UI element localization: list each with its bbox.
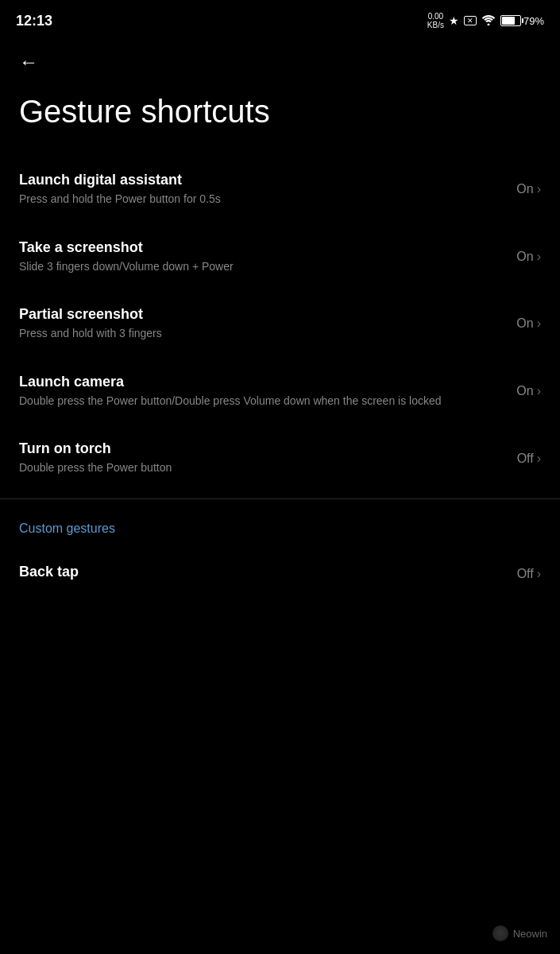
settings-list: Launch digital assistant Press and hold …: [0, 156, 560, 492]
settings-item-title: Turn on torch: [19, 440, 504, 457]
back-button[interactable]: ←: [0, 38, 560, 80]
battery-icon: [500, 15, 521, 26]
chevron-icon: ›: [537, 182, 541, 196]
chevron-icon: ›: [537, 316, 541, 331]
settings-item-desc: Press and hold with 3 fingers: [19, 326, 504, 342]
settings-item-content: Back tap: [19, 564, 517, 584]
settings-item-status: Off: [517, 452, 534, 466]
page-title: Gesture shortcuts: [19, 92, 541, 130]
settings-item-desc: Double press the Power button: [19, 460, 504, 476]
settings-item-value: On ›: [516, 250, 541, 264]
section-divider: [0, 498, 560, 499]
settings-item-take-screenshot[interactable]: Take a screenshot Slide 3 fingers down/V…: [0, 223, 560, 291]
data-speed-icon: 0.00KB/s: [427, 12, 444, 29]
settings-item-content: Launch digital assistant Press and hold …: [19, 172, 516, 207]
settings-item-desc: Double press the Power button/Double pre…: [19, 394, 504, 409]
wifi-icon: [481, 14, 496, 28]
neowin-logo: [492, 925, 508, 941]
settings-item-launch-camera[interactable]: Launch camera Double press the Power but…: [0, 358, 560, 425]
settings-item-status: On: [516, 182, 533, 196]
chevron-icon: ›: [537, 250, 541, 264]
custom-gestures-label: Custom gestures: [19, 522, 115, 535]
settings-item-title: Partial screenshot: [19, 306, 504, 323]
watermark: Neowin: [492, 925, 547, 941]
additional-settings-list: Back tap Off ›: [0, 542, 560, 606]
status-bar: 12:13 0.00KB/s ★ ✕ 79%: [0, 0, 560, 38]
settings-item-turn-on-torch[interactable]: Turn on torch Double press the Power but…: [0, 425, 560, 492]
settings-item-status: On: [516, 250, 533, 264]
settings-item-value: On ›: [516, 182, 541, 196]
battery-percent: 79%: [523, 15, 544, 27]
settings-item-status: On: [516, 384, 533, 398]
settings-item-content: Partial screenshot Press and hold with 3…: [19, 306, 516, 342]
settings-item-back-tap[interactable]: Back tap Off ›: [0, 542, 560, 606]
settings-item-partial-screenshot[interactable]: Partial screenshot Press and hold with 3…: [0, 290, 560, 358]
battery-container: 79%: [500, 15, 544, 27]
settings-item-content: Launch camera Double press the Power but…: [19, 374, 516, 409]
settings-item-value: On ›: [516, 384, 541, 398]
bluetooth-icon: ★: [449, 14, 459, 27]
page-title-container: Gesture shortcuts: [0, 80, 560, 156]
back-arrow-icon[interactable]: ←: [19, 51, 38, 72]
battery-fill: [502, 17, 516, 25]
settings-item-title: Back tap: [19, 564, 504, 580]
custom-gestures-section[interactable]: Custom gestures: [0, 506, 560, 542]
status-icons: 0.00KB/s ★ ✕ 79%: [427, 12, 544, 29]
settings-item-content: Take a screenshot Slide 3 fingers down/V…: [19, 239, 516, 275]
settings-item-content: Turn on torch Double press the Power but…: [19, 440, 517, 476]
settings-item-status: On: [516, 316, 533, 331]
chevron-icon: ›: [537, 452, 541, 466]
settings-item-value: On ›: [516, 316, 541, 331]
settings-item-title: Launch digital assistant: [19, 172, 504, 188]
settings-item-title: Launch camera: [19, 374, 504, 390]
chevron-icon: ›: [537, 567, 541, 581]
settings-item-launch-digital-assistant[interactable]: Launch digital assistant Press and hold …: [0, 156, 560, 223]
settings-item-status: Off: [517, 567, 534, 581]
status-time: 12:13: [16, 13, 52, 29]
settings-item-title: Take a screenshot: [19, 239, 504, 256]
settings-item-desc: Press and hold the Power button for 0.5s: [19, 192, 504, 207]
signal-x-icon: ✕: [464, 16, 477, 25]
settings-item-desc: Slide 3 fingers down/Volume down + Power: [19, 259, 504, 275]
chevron-icon: ›: [537, 384, 541, 398]
settings-item-value: Off ›: [517, 452, 541, 466]
svg-point-0: [487, 23, 489, 25]
watermark-text: Neowin: [513, 928, 547, 940]
settings-item-value: Off ›: [517, 567, 541, 581]
